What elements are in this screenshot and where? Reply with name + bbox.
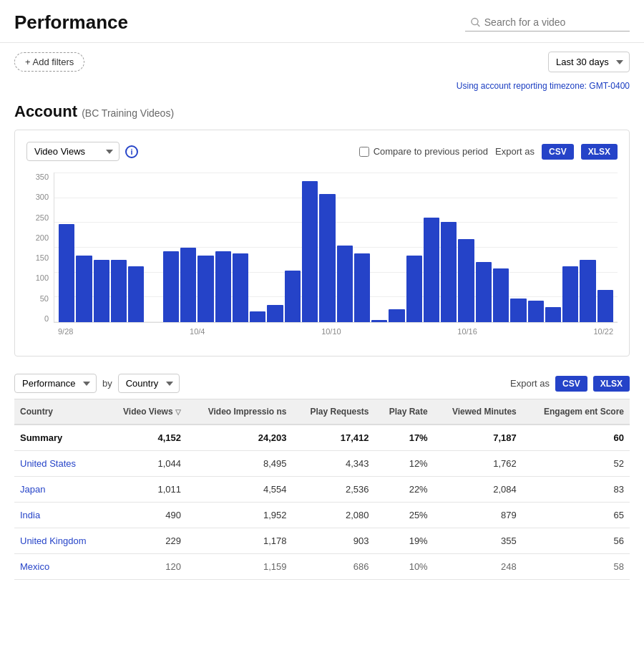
bar[interactable] xyxy=(580,260,595,322)
bar[interactable] xyxy=(215,251,231,322)
chart-csv-button[interactable]: CSV xyxy=(542,144,574,160)
cell-play-rate: 10% xyxy=(375,554,434,580)
cell-country: India xyxy=(14,503,105,528)
bar[interactable] xyxy=(562,266,578,322)
x-axis-label: 10/10 xyxy=(321,327,341,344)
cell-video-views: 229 xyxy=(105,528,187,554)
cell-engagement-score: 52 xyxy=(522,451,630,477)
bar-chart: 350300250200150100500 9/2810/410/1010/16… xyxy=(26,173,618,344)
cell-video-impressions: 1,159 xyxy=(187,554,293,580)
svg-point-0 xyxy=(472,19,478,25)
perf-csv-button[interactable]: CSV xyxy=(555,376,587,392)
summary-play-requests: 17,412 xyxy=(293,425,375,451)
search-input[interactable] xyxy=(484,16,624,28)
bar[interactable] xyxy=(476,262,492,322)
y-axis-label: 250 xyxy=(36,213,49,222)
country-link[interactable]: Japan xyxy=(20,484,45,495)
bar[interactable] xyxy=(163,251,179,322)
account-section: Account (BC Training Videos) xyxy=(0,97,644,130)
chart-right-controls: Compare to previous period Export as CSV… xyxy=(359,144,618,160)
info-icon[interactable]: i xyxy=(125,145,138,158)
bar[interactable] xyxy=(302,181,318,322)
perf-export-label: Export as xyxy=(510,378,550,389)
metric-select[interactable]: Video Views xyxy=(26,142,119,161)
cell-play-rate: 22% xyxy=(375,477,434,503)
perf-metric-select[interactable]: Performance xyxy=(14,374,97,393)
compare-checkbox-label[interactable]: Compare to previous period xyxy=(359,146,488,157)
country-link[interactable]: Mexico xyxy=(20,561,49,572)
bar[interactable] xyxy=(233,253,248,322)
bar[interactable] xyxy=(545,307,561,322)
cell-country: United Kingdom xyxy=(14,528,105,554)
cell-play-requests: 2,080 xyxy=(293,503,375,528)
performance-table: Country Video Views ▽ Video Impressio ns… xyxy=(14,399,630,580)
bar[interactable] xyxy=(458,239,474,322)
bar[interactable] xyxy=(389,309,404,322)
country-link[interactable]: India xyxy=(20,510,40,520)
search-icon xyxy=(471,17,480,27)
bar[interactable] xyxy=(197,256,213,322)
bar[interactable] xyxy=(59,224,74,322)
timezone-value: GMT-0400 xyxy=(589,81,630,91)
table-row: Mexico 120 1,159 686 10% 248 58 xyxy=(14,554,630,580)
x-axis: 9/2810/410/1010/1610/22 xyxy=(54,324,618,344)
bar[interactable] xyxy=(180,248,196,323)
bar[interactable] xyxy=(406,256,422,322)
cell-viewed-minutes: 248 xyxy=(434,554,522,580)
perf-right-controls: Export as CSV XLSX xyxy=(510,376,630,392)
cell-play-rate: 19% xyxy=(375,528,434,554)
compare-checkbox[interactable] xyxy=(359,147,369,157)
bar[interactable] xyxy=(337,246,353,322)
country-link[interactable]: United States xyxy=(20,458,76,469)
summary-video-impressions: 24,203 xyxy=(187,425,293,451)
bar[interactable] xyxy=(250,311,265,322)
table-row: India 490 1,952 2,080 25% 879 65 xyxy=(14,503,630,528)
bar[interactable] xyxy=(510,299,526,322)
bar[interactable] xyxy=(441,222,457,322)
bar[interactable] xyxy=(128,266,144,322)
x-axis-label: 10/16 xyxy=(457,327,477,344)
timezone-note: Using account reporting timezone: GMT-04… xyxy=(0,81,644,97)
page-title: Performance xyxy=(14,11,128,34)
bar[interactable] xyxy=(76,256,92,322)
date-range-select[interactable]: Last 30 days xyxy=(548,52,630,72)
bar[interactable] xyxy=(424,218,439,322)
search-box[interactable] xyxy=(465,14,630,31)
cell-play-requests: 903 xyxy=(293,528,375,554)
summary-label: Summary xyxy=(14,425,105,451)
col-viewed-minutes: Viewed Minutes xyxy=(434,399,522,425)
perf-xlsx-button[interactable]: XLSX xyxy=(593,376,630,392)
cell-engagement-score: 56 xyxy=(522,528,630,554)
bar[interactable] xyxy=(94,260,109,322)
bar[interactable] xyxy=(493,268,509,322)
bar[interactable] xyxy=(267,305,283,322)
cell-video-views: 1,011 xyxy=(105,477,187,503)
cell-country: Mexico xyxy=(14,554,105,580)
table-row: United States 1,044 8,495 4,343 12% 1,76… xyxy=(14,451,630,477)
col-video-views[interactable]: Video Views ▽ xyxy=(105,399,187,425)
cell-viewed-minutes: 879 xyxy=(434,503,522,528)
bar[interactable] xyxy=(319,194,335,322)
bar[interactable] xyxy=(285,271,301,322)
perf-dimension-select[interactable]: Country xyxy=(118,374,180,393)
bar[interactable] xyxy=(111,260,127,322)
cell-viewed-minutes: 1,762 xyxy=(434,451,522,477)
chart-left-controls: Video Views i xyxy=(26,142,138,161)
y-axis-label: 200 xyxy=(36,233,49,242)
bar[interactable] xyxy=(354,253,370,322)
cell-country: Japan xyxy=(14,477,105,503)
chart-xlsx-button[interactable]: XLSX xyxy=(581,144,618,160)
header: Performance xyxy=(0,0,644,43)
account-subtitle: (BC Training Videos) xyxy=(82,107,174,119)
y-axis-label: 0 xyxy=(44,314,49,323)
chart-controls: Video Views i Compare to previous period… xyxy=(26,142,618,161)
table-summary-row: Summary 4,152 24,203 17,412 17% 7,187 60 xyxy=(14,425,630,451)
summary-engagement-score: 60 xyxy=(522,425,630,451)
country-link[interactable]: United Kingdom xyxy=(20,535,87,546)
bar[interactable] xyxy=(371,320,387,322)
bar[interactable] xyxy=(528,301,544,322)
chart-inner xyxy=(54,173,618,323)
bar[interactable] xyxy=(597,290,613,322)
add-filters-button[interactable]: + Add filters xyxy=(14,52,84,72)
y-axis: 350300250200150100500 xyxy=(26,173,52,323)
